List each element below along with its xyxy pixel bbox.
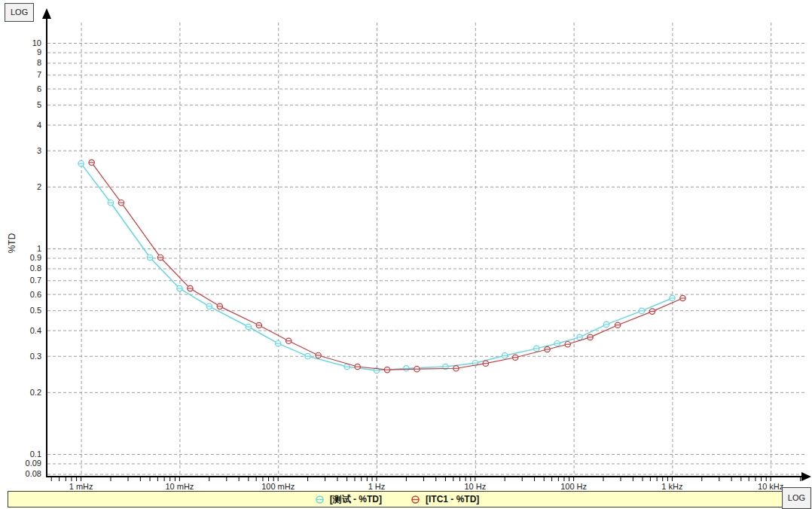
- y-tick-label: 3: [37, 146, 41, 155]
- legend-bar: [测试 - %TD][ITC1 - %TD]: [8, 491, 786, 507]
- x-tick-label: 1 kHz: [661, 482, 682, 489]
- log-scale-button-bottom[interactable]: LOG: [782, 487, 811, 509]
- x-tick-label: 10 kHz: [758, 482, 783, 489]
- app-window: LOG 109876543210.90.80.70.60.50.40.30.20…: [0, 0, 812, 509]
- y-tick-label: 1: [37, 244, 41, 253]
- x-tick-label: 10 Hz: [464, 482, 486, 489]
- x-tick-label: 1 mHz: [69, 482, 93, 489]
- y-tick-label: 0.09: [26, 459, 41, 468]
- y-tick-label: 9: [37, 47, 41, 56]
- y-tick-label: 10: [32, 38, 41, 47]
- chart-canvas[interactable]: 109876543210.90.80.70.60.50.40.30.20.10.…: [0, 0, 812, 489]
- y-tick-label: 0.5: [30, 306, 41, 315]
- y-tick-label: 0.8: [30, 264, 41, 273]
- y-tick-label: 0.9: [30, 253, 41, 262]
- y-tick-label: 0.08: [26, 469, 41, 478]
- legend-item-0[interactable]: [测试 - %TD]: [315, 493, 382, 506]
- x-tick-label: 100 mHz: [261, 482, 295, 489]
- y-axis-arrow-icon: [42, 8, 51, 19]
- axes: [46, 17, 803, 477]
- y-tick-labels: 109876543210.90.80.70.60.50.40.30.20.10.…: [26, 38, 41, 478]
- y-tick-label: 4: [37, 120, 41, 130]
- y-tick-label: 8: [37, 58, 41, 67]
- y-axis-title: %TD: [7, 230, 17, 256]
- y-tick-label: 0.6: [30, 290, 41, 299]
- y-tick-label: 0.4: [30, 326, 41, 335]
- y-tick-label: 2: [37, 182, 41, 191]
- y-tick-label: 6: [37, 84, 41, 93]
- legend-item-1[interactable]: [ITC1 - %TD]: [411, 494, 479, 504]
- y-tick-label: 7: [37, 70, 41, 79]
- x-axis-arrow-icon: [801, 472, 811, 481]
- y-tick-label: 0.2: [30, 388, 41, 397]
- legend-marker-icon: [315, 495, 325, 504]
- x-minor-ticks: [51, 477, 800, 481]
- y-tick-label: 5: [37, 100, 41, 109]
- y-tick-label: 0.3: [30, 352, 41, 361]
- legend-item-label: [测试 - %TD]: [330, 493, 382, 506]
- series-1: [89, 160, 685, 373]
- y-tick-label: 0.7: [30, 276, 41, 285]
- y-tick-label: 0.1: [30, 450, 41, 459]
- series-1-markers: [89, 160, 685, 373]
- legend-item-label: [ITC1 - %TD]: [426, 494, 479, 504]
- x-tick-label: 100 Hz: [560, 482, 587, 489]
- x-tick-label: 1 Hz: [368, 482, 386, 489]
- legend-marker-icon: [411, 495, 420, 504]
- x-tick-label: 10 mHz: [165, 482, 194, 489]
- x-tick-labels: 1 mHz10 mHz100 mHz1 Hz10 Hz100 Hz1 kHz10…: [69, 482, 784, 489]
